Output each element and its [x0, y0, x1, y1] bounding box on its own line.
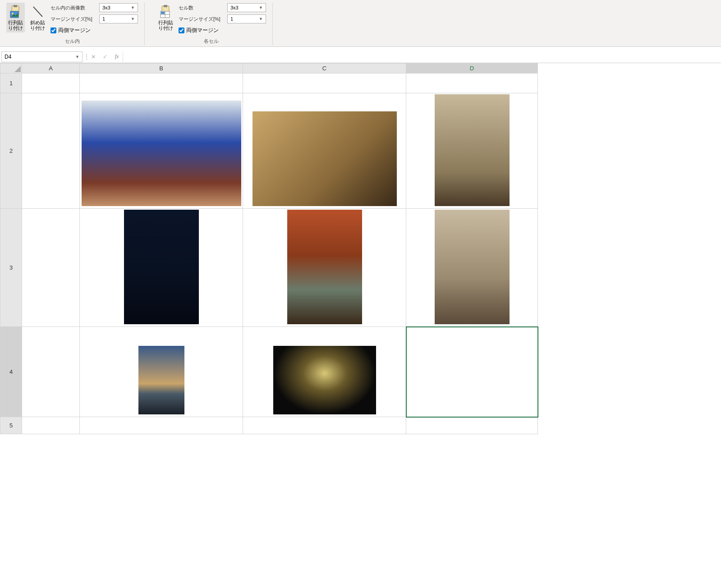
formula-bar: D4 ▼ ⋮ ✕ ✓ fx — [0, 51, 721, 63]
formula-input[interactable] — [123, 51, 721, 62]
both-margin-label-2: 両側マージン — [186, 27, 219, 34]
row-header-3[interactable]: 3 — [0, 209, 22, 327]
svg-line-4 — [33, 7, 42, 17]
both-margin-checkbox-2[interactable] — [179, 28, 184, 33]
image-placeholder[interactable] — [435, 94, 510, 206]
images-in-cell-value: 3x3 — [102, 5, 110, 10]
name-box[interactable]: D4 ▼ — [1, 51, 83, 62]
cell-B3[interactable] — [80, 209, 243, 327]
chevron-down-icon: ▼ — [131, 5, 135, 10]
cell-A2[interactable] — [22, 93, 80, 209]
paste-diagonal-button[interactable]: 斜め貼 り付け — [28, 3, 47, 32]
row-header-5[interactable]: 5 — [0, 417, 22, 434]
cell-C4[interactable] — [243, 327, 406, 417]
svg-point-3 — [12, 13, 14, 14]
row-header-1[interactable]: 1 — [0, 74, 22, 93]
cell-D1[interactable] — [406, 74, 538, 93]
row-header-2[interactable]: 2 — [0, 93, 22, 209]
column-header-A[interactable]: A — [22, 64, 80, 74]
column-header-B[interactable]: B — [80, 64, 243, 74]
paste-diagonal-label: 斜め貼 り付け — [30, 20, 45, 31]
cell-count-value: 3x3 — [230, 5, 239, 10]
ribbon-group-each-cell: 行列貼 り付け セル数 3x3 ▼ マージンサイズ[%] 1 ▼ — [154, 3, 273, 46]
margin-size-label: マージンサイズ[%] — [51, 16, 97, 23]
image-placeholder[interactable] — [273, 346, 376, 414]
name-box-value: D4 — [5, 54, 11, 60]
clipboard-image-icon — [9, 5, 23, 19]
cell-count-label: セル数 — [179, 5, 225, 11]
image-placeholder[interactable] — [124, 210, 199, 324]
paste-rowcol-label-2: 行列貼 り付け — [158, 20, 173, 31]
cell-A3[interactable] — [22, 209, 80, 327]
margin-size-value-2: 1 — [230, 16, 233, 22]
fx-button[interactable]: fx — [111, 51, 123, 62]
spreadsheet-grid: A B C D 1 2 3 4 5 — [0, 63, 721, 434]
margin-size-dropdown[interactable]: 1 ▼ — [99, 14, 138, 23]
row-header-4[interactable]: 4 — [0, 327, 22, 417]
svg-rect-6 — [164, 5, 167, 7]
cell-B1[interactable] — [80, 74, 243, 93]
ribbon-group-cell-inner: 行列貼 り付け 斜め貼 り付け セル内の画像数 3x3 ▼ マージンサイズ[%] — [4, 3, 145, 46]
chevron-down-icon: ▼ — [259, 17, 263, 21]
cell-C2[interactable] — [243, 93, 406, 209]
cell-B4[interactable] — [80, 327, 243, 417]
both-margin-checkbox[interactable] — [51, 28, 56, 33]
clipboard-grid-icon — [159, 5, 173, 19]
paste-rowcol-label: 行列貼 り付け — [8, 20, 23, 31]
ribbon-group-label-cell-inner: セル内 — [65, 38, 80, 46]
cell-A5[interactable] — [22, 417, 80, 434]
margin-size-dropdown-2[interactable]: 1 ▼ — [227, 14, 266, 23]
ribbon: 行列貼 り付け 斜め貼 り付け セル内の画像数 3x3 ▼ マージンサイズ[%] — [0, 0, 721, 47]
margin-size-value: 1 — [102, 16, 105, 22]
image-placeholder[interactable] — [82, 101, 241, 206]
cell-C3[interactable] — [243, 209, 406, 327]
cell-B5[interactable] — [80, 417, 243, 434]
paste-rowcol-button[interactable]: 行列貼 り付け — [6, 3, 25, 32]
image-placeholder[interactable] — [253, 111, 397, 206]
select-all-corner[interactable] — [0, 64, 22, 74]
image-placeholder[interactable] — [138, 346, 184, 414]
cell-D3[interactable] — [406, 209, 538, 327]
both-margin-label: 両側マージン — [58, 27, 91, 34]
cell-A1[interactable] — [22, 74, 80, 93]
cell-count-dropdown[interactable]: 3x3 ▼ — [227, 3, 266, 12]
chevron-down-icon: ▼ — [131, 17, 135, 21]
cancel-formula-button[interactable]: ✕ — [87, 51, 99, 62]
cell-D2[interactable] — [406, 93, 538, 209]
formula-bar-separator: ⋮ — [84, 54, 87, 60]
cell-A4[interactable] — [22, 327, 80, 417]
svg-rect-1 — [14, 5, 17, 7]
cell-C5[interactable] — [243, 417, 406, 434]
image-placeholder[interactable] — [435, 210, 510, 324]
margin-size-label-2: マージンサイズ[%] — [179, 16, 225, 23]
ribbon-group-label-each-cell: 各セル — [204, 38, 219, 46]
accept-formula-button[interactable]: ✓ — [99, 51, 111, 62]
cell-B2[interactable] — [80, 93, 243, 209]
cell-D5[interactable] — [406, 417, 538, 434]
column-header-D[interactable]: D — [406, 64, 538, 74]
column-header-C[interactable]: C — [243, 64, 406, 74]
cell-D4[interactable] — [406, 327, 538, 417]
image-placeholder[interactable] — [287, 210, 362, 324]
cell-C1[interactable] — [243, 74, 406, 93]
images-in-cell-dropdown[interactable]: 3x3 ▼ — [99, 3, 138, 12]
chevron-down-icon: ▼ — [75, 55, 79, 59]
images-in-cell-label: セル内の画像数 — [51, 5, 97, 11]
paste-rowcol-button-2[interactable]: 行列貼 り付け — [156, 3, 175, 32]
diagonal-line-icon — [31, 5, 45, 19]
svg-rect-10 — [161, 12, 165, 14]
chevron-down-icon: ▼ — [259, 5, 263, 10]
